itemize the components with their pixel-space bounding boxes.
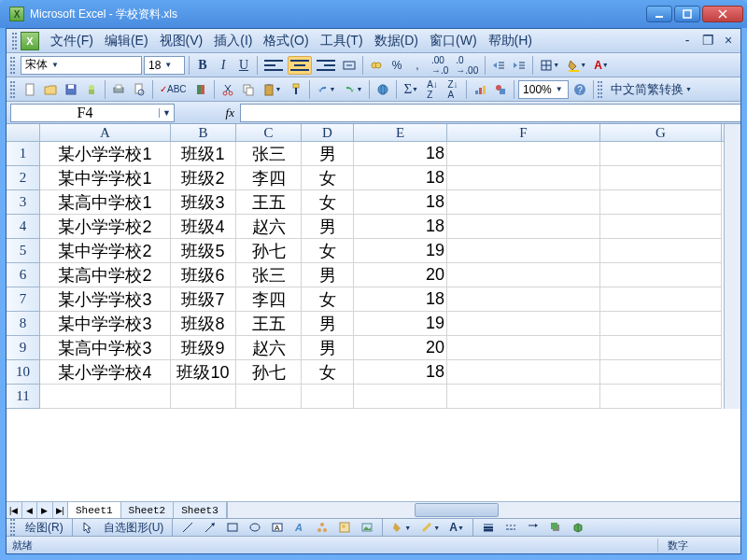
redo-button[interactable]: ▼ (340, 80, 365, 99)
cell[interactable]: 19 (354, 312, 447, 336)
cell[interactable]: 某高中学校2 (40, 263, 171, 287)
doc-close-button[interactable]: × (722, 35, 735, 48)
name-box[interactable]: F4 ▼ (10, 104, 175, 122)
cell[interactable]: 某小学学校1 (40, 142, 171, 166)
toolbar-handle-icon[interactable] (10, 81, 15, 98)
underline-button[interactable]: U (234, 56, 253, 75)
cell[interactable]: 某小学学校3 (40, 287, 171, 312)
cell[interactable]: 班级9 (171, 336, 236, 360)
cell[interactable] (600, 239, 722, 263)
cell[interactable]: 20 (354, 336, 447, 360)
tab-nav-first[interactable]: |◀ (7, 502, 22, 518)
draw-menu[interactable]: 绘图(R) (22, 518, 66, 537)
increase-indent-button[interactable] (510, 56, 529, 75)
toolbar-handle-icon[interactable] (598, 81, 602, 98)
cell[interactable]: 张三 (236, 263, 302, 287)
decrease-decimal-button[interactable]: .0→.00 (453, 56, 481, 75)
cell[interactable]: 张三 (236, 142, 302, 166)
tab-nav-last[interactable]: ▶| (53, 502, 69, 518)
row-header[interactable]: 3 (7, 190, 40, 215)
cell[interactable]: 班级1 (171, 142, 236, 166)
percent-button[interactable]: % (388, 56, 406, 75)
select-objects-button[interactable] (78, 518, 97, 537)
cell[interactable]: 孙七 (236, 239, 302, 263)
cell[interactable] (171, 385, 236, 409)
undo-button[interactable]: ▼ (314, 80, 339, 99)
cell[interactable]: 班级5 (171, 239, 236, 263)
horizontal-scrollbar[interactable] (227, 502, 740, 518)
cell[interactable]: 男 (302, 142, 354, 166)
chevron-down-icon[interactable]: ▼ (159, 108, 174, 118)
cell[interactable]: 某高中学校1 (40, 190, 171, 215)
cell[interactable]: 女 (302, 190, 354, 215)
close-button[interactable] (702, 6, 743, 22)
hyperlink-button[interactable] (374, 80, 392, 99)
cell[interactable] (236, 385, 302, 409)
menu-tools[interactable]: 工具(T) (315, 31, 369, 51)
cell[interactable]: 18 (354, 360, 447, 385)
clipart-button[interactable] (335, 518, 354, 537)
cell[interactable] (447, 360, 600, 385)
column-header[interactable]: E (354, 124, 447, 141)
bold-button[interactable]: B (193, 56, 212, 75)
row-header[interactable]: 7 (7, 287, 40, 312)
cell[interactable]: 王五 (236, 190, 302, 215)
dash-style-button[interactable] (501, 518, 520, 537)
format-painter-button[interactable] (287, 80, 305, 99)
cell[interactable] (447, 142, 600, 166)
comma-button[interactable]: , (408, 56, 427, 75)
row-header[interactable]: 4 (7, 215, 40, 239)
menu-format[interactable]: 格式(O) (258, 31, 314, 51)
minimize-button[interactable] (646, 6, 672, 22)
cell[interactable]: 女 (302, 239, 354, 263)
cell[interactable]: 男 (302, 215, 354, 239)
cell[interactable]: 赵六 (236, 336, 302, 360)
shadow-button[interactable] (546, 518, 565, 537)
arrow-style-button[interactable] (524, 518, 543, 537)
menu-window[interactable]: 窗口(W) (424, 31, 483, 51)
cell[interactable] (40, 385, 171, 409)
titlebar[interactable]: X Microsoft Excel - 学校资料.xls (0, 0, 747, 28)
cell[interactable] (354, 385, 447, 409)
menu-data[interactable]: 数据(D) (369, 31, 424, 51)
cell[interactable] (600, 312, 722, 336)
increase-decimal-button[interactable]: .00→.0 (429, 56, 451, 75)
row-header[interactable]: 2 (7, 166, 40, 190)
font-color-button[interactable]: A▼ (591, 56, 612, 75)
cell[interactable] (447, 166, 600, 190)
toolbar-handle-icon[interactable] (10, 519, 15, 536)
cell[interactable]: 班级8 (171, 312, 236, 336)
doc-restore-button[interactable]: ❐ (701, 35, 714, 48)
cell[interactable] (600, 190, 722, 215)
open-button[interactable] (41, 80, 60, 99)
cell[interactable] (447, 312, 600, 336)
cell[interactable] (447, 239, 600, 263)
align-left-button[interactable] (261, 56, 286, 75)
cell[interactable]: 赵六 (236, 215, 302, 239)
line-button[interactable] (178, 518, 197, 537)
cell[interactable] (447, 385, 600, 409)
cell[interactable]: 李四 (236, 287, 302, 312)
cell[interactable] (447, 336, 600, 360)
cell[interactable]: 女 (302, 166, 354, 190)
cell[interactable] (302, 385, 354, 409)
spelling-button[interactable]: ✓ABC (157, 80, 190, 99)
autosum-button[interactable]: Σ▼ (401, 80, 421, 99)
3d-button[interactable] (569, 518, 587, 537)
select-all-button[interactable] (7, 124, 40, 141)
oval-button[interactable] (246, 518, 264, 537)
picture-button[interactable] (358, 518, 376, 537)
cell[interactable] (600, 336, 722, 360)
permission-button[interactable] (82, 80, 101, 99)
chinese-convert-button[interactable]: 中文简繁转换▼ (608, 80, 695, 99)
textbox-button[interactable]: A (268, 518, 287, 537)
align-right-button[interactable] (314, 56, 338, 75)
cell[interactable]: 18 (354, 215, 447, 239)
save-button[interactable] (62, 80, 80, 99)
decrease-indent-button[interactable] (489, 56, 508, 75)
line-style-button[interactable] (479, 518, 498, 537)
cell[interactable] (447, 263, 600, 287)
toolbar-handle-icon[interactable] (10, 57, 15, 74)
fontsize-combo[interactable]: 18▼ (144, 56, 185, 75)
autoshapes-menu[interactable]: 自选图形(U) (101, 518, 167, 537)
